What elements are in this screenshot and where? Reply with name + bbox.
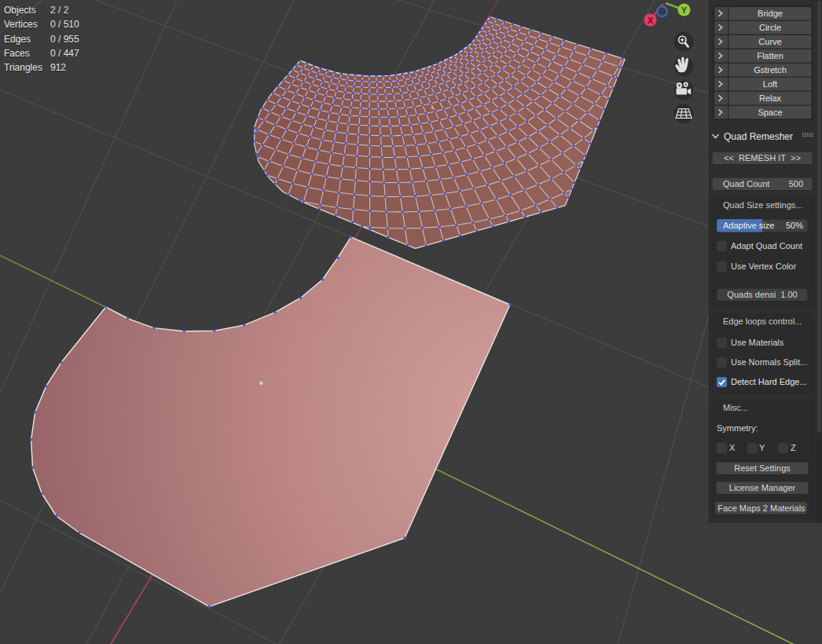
svg-text:Use Materials: Use Materials xyxy=(731,338,784,347)
svg-text:<< REMESH IT >>: << REMESH IT >> xyxy=(724,153,801,163)
svg-text:Symmetry:: Symmetry: xyxy=(717,423,758,433)
svg-text:Curve: Curve xyxy=(758,37,781,46)
svg-text:License Manager: License Manager xyxy=(729,483,796,492)
svg-text:Adapt Quad Count: Adapt Quad Count xyxy=(731,241,802,251)
svg-text:Quad Count: Quad Count xyxy=(723,179,769,188)
svg-text:Flatten: Flatten xyxy=(757,51,783,60)
svg-text:Loft: Loft xyxy=(763,79,777,89)
svg-text:2 / 2: 2 / 2 xyxy=(50,5,69,16)
svg-text:Face Maps 2 Materials: Face Maps 2 Materials xyxy=(717,503,805,513)
svg-text:Detect Hard Edge...: Detect Hard Edge... xyxy=(731,377,807,386)
svg-text:Misc...: Misc... xyxy=(723,403,748,412)
svg-text:Objects: Objects xyxy=(4,5,36,16)
svg-text:Quads densi 1.00: Quads densi 1.00 xyxy=(727,290,797,299)
svg-text:Edges: Edges xyxy=(4,34,31,45)
svg-text:Triangles: Triangles xyxy=(4,62,42,73)
svg-text:Use Vertex Color: Use Vertex Color xyxy=(731,262,796,271)
svg-text:0 / 447: 0 / 447 xyxy=(50,48,79,59)
svg-text:Edge loops control...: Edge loops control... xyxy=(723,317,802,326)
svg-text:Quad Size settings...: Quad Size settings... xyxy=(723,200,803,210)
svg-text:Circle: Circle xyxy=(759,23,781,32)
svg-text:Y: Y xyxy=(681,5,687,15)
svg-text:Y: Y xyxy=(759,443,765,452)
svg-text:0 / 955: 0 / 955 xyxy=(50,34,79,45)
svg-text:Faces: Faces xyxy=(4,48,30,59)
svg-text:912: 912 xyxy=(50,62,66,73)
svg-text:500: 500 xyxy=(789,179,803,188)
svg-text:50%: 50% xyxy=(786,221,803,230)
svg-text:Reset Settings: Reset Settings xyxy=(734,463,791,473)
svg-text:Space: Space xyxy=(758,108,782,117)
svg-text:Quad Remesher: Quad Remesher xyxy=(724,131,793,142)
svg-text:Use Normals Split...: Use Normals Split... xyxy=(731,357,807,367)
svg-text:Adaptive size: Adaptive size xyxy=(723,221,774,230)
svg-text:Gstretch: Gstretch xyxy=(754,65,787,75)
svg-text:X: X xyxy=(729,443,736,452)
svg-text:X: X xyxy=(648,16,653,25)
svg-text:Bridge: Bridge xyxy=(758,9,783,18)
svg-text:Z: Z xyxy=(791,443,796,452)
svg-text:Relax: Relax xyxy=(759,93,782,103)
svg-text:Vertices: Vertices xyxy=(4,19,38,30)
svg-text:0 / 510: 0 / 510 xyxy=(50,19,79,30)
